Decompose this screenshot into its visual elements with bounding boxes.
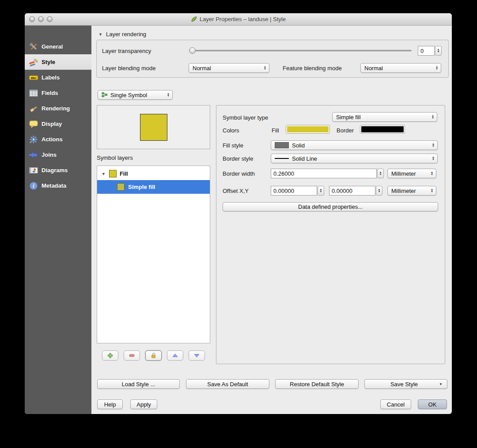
- zoom-button[interactable]: [47, 16, 53, 22]
- move-down-button[interactable]: [189, 350, 205, 361]
- fill-color-button[interactable]: [286, 125, 330, 134]
- move-up-button[interactable]: [167, 350, 183, 361]
- info-icon: i: [29, 181, 38, 191]
- lock-button[interactable]: [145, 350, 162, 361]
- load-style-button[interactable]: Load Style ...: [97, 379, 180, 389]
- layer-blending-mode-select[interactable]: Normal ▲▼: [189, 63, 269, 73]
- offset-label: Offset X,Y: [223, 188, 249, 194]
- lock-icon: [150, 352, 157, 359]
- layer-properties-window: Layer Properties – landuse | Style Gener…: [25, 13, 452, 414]
- colors-label: Colors: [223, 127, 239, 134]
- sidebar-item-style[interactable]: Style: [25, 54, 91, 70]
- layer-transparency-slider[interactable]: [189, 50, 412, 52]
- gear-icon: [29, 135, 38, 144]
- transparency-stepper[interactable]: ▲▼: [435, 46, 442, 56]
- abc-tag-icon: abc: [29, 73, 38, 83]
- cancel-button[interactable]: Cancel: [380, 399, 411, 409]
- tree-row-label: Simple fill: [128, 184, 155, 190]
- remove-symbol-layer-button[interactable]: [124, 350, 140, 361]
- fill-style-label: Fill style: [223, 142, 243, 149]
- sidebar-item-label: Labels: [42, 74, 60, 81]
- sidebar-item-label: Metadata: [42, 182, 66, 189]
- save-as-default-button[interactable]: Save As Default: [186, 379, 269, 389]
- minus-icon: [129, 352, 135, 359]
- single-symbol-icon: [102, 92, 108, 98]
- sidebar-item-label: General: [42, 43, 63, 50]
- sidebar-item-label: Rendering: [42, 105, 70, 112]
- minimize-button[interactable]: [38, 16, 44, 22]
- symbol-preview-swatch: [140, 114, 167, 141]
- sidebar-item-fields[interactable]: Fields: [25, 85, 91, 101]
- slider-thumb[interactable]: [189, 47, 196, 54]
- table-icon: [29, 88, 38, 98]
- fill-label: Fill: [272, 127, 279, 134]
- tree-expand-icon[interactable]: ▼: [102, 172, 106, 176]
- sidebar-item-display[interactable]: Display: [25, 116, 91, 132]
- offset-y-stepper[interactable]: ▲▼: [376, 186, 382, 196]
- restore-default-style-button[interactable]: Restore Default Style: [275, 379, 359, 389]
- close-button[interactable]: [29, 16, 35, 22]
- tools-icon: [29, 42, 38, 52]
- renderer-select[interactable]: Single Symbol ▲▼: [98, 90, 173, 100]
- border-width-unit-select[interactable]: Millimeter ▲▼: [387, 169, 436, 178]
- diagram-icon: [29, 166, 38, 175]
- symbol-preview-panel: [97, 105, 210, 149]
- sidebar-item-actions[interactable]: Actions: [25, 132, 91, 147]
- sidebar-item-label: Fields: [42, 90, 58, 96]
- sidebar-item-label: Actions: [42, 136, 63, 143]
- sidebar-item-general[interactable]: General: [25, 39, 91, 54]
- fill-style-swatch: [275, 142, 289, 148]
- sidebar-item-labels[interactable]: abc Labels: [25, 70, 91, 85]
- sidebar-item-metadata[interactable]: i Metadata: [25, 178, 91, 193]
- save-style-button[interactable]: Save Style ▼: [364, 379, 447, 389]
- tree-row-fill[interactable]: ▼ Fill: [97, 167, 210, 180]
- updown-arrows-icon: ▲▼: [166, 93, 171, 97]
- apply-button[interactable]: Apply: [130, 399, 157, 409]
- border-width-input[interactable]: [271, 169, 377, 178]
- updown-arrows-icon: ▲▼: [431, 156, 436, 161]
- sidebar: General Style abc Labels Fields Renderin…: [25, 26, 91, 414]
- tree-row-simple-fill[interactable]: Simple fill: [97, 180, 210, 194]
- layer-rendering-section-header[interactable]: ▼ Layer rendering: [98, 31, 146, 38]
- border-label: Border: [337, 127, 354, 134]
- layer-blending-mode-label: Layer blending mode: [102, 65, 155, 72]
- tree-row-label: Fill: [120, 170, 128, 177]
- layer-transparency-label: Layer transparency: [102, 48, 151, 54]
- help-button[interactable]: Help: [97, 399, 123, 409]
- updown-arrows-icon: ▲▼: [431, 143, 436, 147]
- sidebar-item-label: Display: [42, 120, 62, 127]
- window-title: Layer Properties – landuse | Style: [200, 16, 286, 23]
- border-width-label: Border width: [223, 170, 255, 177]
- offset-x-input[interactable]: [271, 186, 317, 196]
- border-color-button[interactable]: [360, 125, 405, 134]
- transparency-value-input[interactable]: [418, 46, 435, 56]
- sidebar-item-joins[interactable]: Joins: [25, 147, 91, 162]
- symbol-layer-type-select[interactable]: Simple fill ▲▼: [332, 112, 437, 122]
- border-style-select[interactable]: Solid Line ▲▼: [271, 154, 438, 163]
- brush-icon: [29, 104, 38, 113]
- offset-unit-select[interactable]: Millimeter ▲▼: [387, 186, 436, 196]
- ok-button[interactable]: OK: [418, 399, 447, 409]
- symbol-layers-label: Symbol layers: [97, 154, 133, 161]
- data-defined-properties-button[interactable]: Data defined properties...: [223, 202, 438, 211]
- add-symbol-layer-button[interactable]: [102, 350, 118, 361]
- symbol-layer-type-label: Symbol layer type: [223, 114, 268, 121]
- sidebar-item-diagrams[interactable]: Diagrams: [25, 162, 91, 178]
- simple-fill-swatch: [117, 183, 125, 191]
- border-width-stepper[interactable]: ▲▼: [377, 169, 384, 178]
- feature-blending-mode-select[interactable]: Normal ▲▼: [360, 63, 441, 73]
- join-arrow-icon: [29, 150, 38, 160]
- title-bar: Layer Properties – landuse | Style: [25, 13, 452, 26]
- sidebar-item-rendering[interactable]: Rendering: [25, 101, 91, 116]
- speech-bubble-icon: [29, 119, 38, 129]
- fill-style-select[interactable]: Solid ▲▼: [271, 140, 438, 150]
- plus-icon: [107, 352, 114, 359]
- symbol-layers-tree: ▼ Fill Simple fill: [97, 166, 210, 343]
- sidebar-item-label: Diagrams: [42, 167, 68, 173]
- paintbrush-icon: [29, 57, 38, 67]
- collapse-triangle-icon: ▼: [98, 32, 102, 37]
- offset-y-input[interactable]: [329, 186, 375, 196]
- offset-x-stepper[interactable]: ▲▼: [318, 186, 324, 196]
- updown-arrows-icon: ▲▼: [434, 66, 439, 70]
- qgis-logo-icon: [191, 16, 197, 23]
